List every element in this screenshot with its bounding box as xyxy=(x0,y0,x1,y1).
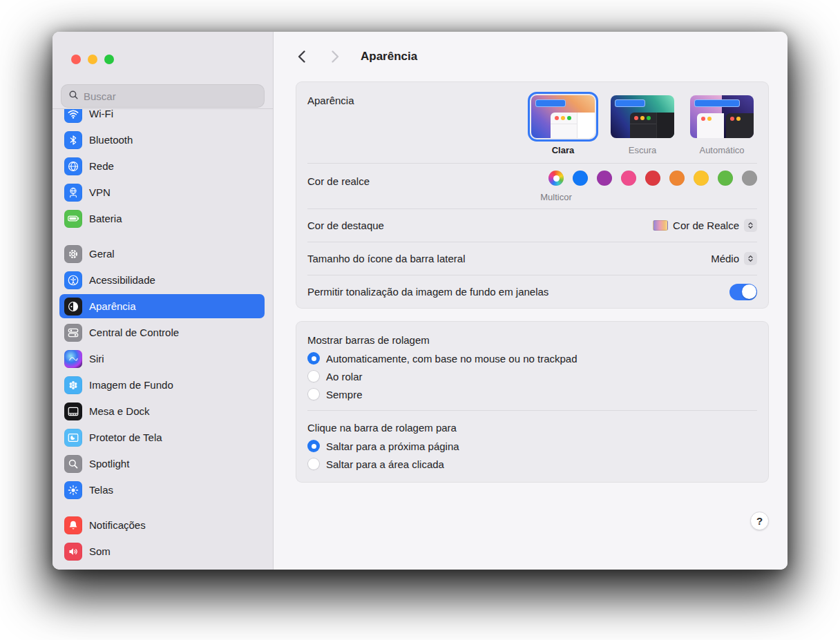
sidebar-item-spotlight[interactable]: Spotlight xyxy=(59,452,265,476)
sidebar-item-label: Wi-Fi xyxy=(89,108,113,119)
radio-label: Sempre xyxy=(326,389,363,400)
radio-scrollbar-click-saltar-para-a-area-clicada[interactable]: Saltar para a área clicada xyxy=(307,455,757,473)
sidebar-icon-size-dropdown[interactable]: Médio xyxy=(711,252,757,265)
sidebar-header xyxy=(52,32,273,109)
radio-show-scrollbars-sempre[interactable]: Sempre xyxy=(307,385,757,403)
sidebar-item-label: Bateria xyxy=(89,213,122,224)
accent-dot-2[interactable] xyxy=(573,171,588,186)
accent-dot-9[interactable] xyxy=(742,171,757,186)
theme-option-automatico[interactable]: Automático xyxy=(687,92,757,155)
highlight-color-value: Cor de Realce xyxy=(673,220,739,231)
theme-option-clara[interactable]: Clara xyxy=(528,92,598,155)
settings-cards: Aparência Clara Escura Automático Cor de… xyxy=(296,81,769,483)
sidebar-item-rede[interactable]: Rede xyxy=(59,154,265,178)
accent-dot-5[interactable] xyxy=(645,171,660,186)
theme-option-label: Clara xyxy=(552,145,575,155)
theme-thumbnail xyxy=(687,92,757,142)
sidebar-item-siri[interactable]: Siri xyxy=(59,347,265,371)
chevron-up-down-icon xyxy=(744,252,757,265)
forward-button[interactable] xyxy=(327,48,343,66)
displays-sun-icon xyxy=(64,481,82,499)
sidebar-item-label: Notificações xyxy=(89,519,146,531)
wallpaper-flower-icon xyxy=(64,376,82,394)
battery-icon xyxy=(64,210,82,228)
theme-preview-dark xyxy=(611,95,674,138)
toggle-knob xyxy=(742,284,756,299)
accent-dot-8[interactable] xyxy=(718,171,733,186)
sidebar-item-geral[interactable]: Geral xyxy=(59,242,265,266)
minimize-button[interactable] xyxy=(88,55,97,64)
sidebar-item-notificacoes[interactable]: Notificações xyxy=(59,513,265,537)
sidebar-item-imagem-de-fundo[interactable]: Imagem de Fundo xyxy=(59,373,265,397)
sidebar-icon-size-label: Tamanho do ícone da barra lateral xyxy=(307,253,465,264)
sidebar-item-label: Central de Controle xyxy=(89,327,179,338)
theme-option-label: Automático xyxy=(699,145,744,155)
radio-label: Saltar para a área clicada xyxy=(326,458,444,470)
radio-show-scrollbars-ao-rolar[interactable]: Ao rolar xyxy=(307,367,757,385)
theme-option-label: Escura xyxy=(629,145,656,155)
sidebar-item-vpn[interactable]: VPN xyxy=(59,180,265,204)
accent-dot-3[interactable] xyxy=(597,171,612,186)
appearance-row: Aparência Clara Escura Automático xyxy=(296,82,768,163)
sidebar-item-label: Spotlight xyxy=(89,458,129,469)
accent-dot-7[interactable] xyxy=(694,171,709,186)
chevron-up-down-icon xyxy=(744,219,757,232)
zoom-button[interactable] xyxy=(104,55,114,64)
highlight-color-swatch xyxy=(653,220,668,231)
sidebar-item-aparencia[interactable]: Aparência xyxy=(59,294,265,318)
accessibility-icon xyxy=(64,271,82,289)
scrollbar-click-label: Clique na barra de rolagem para xyxy=(307,418,757,437)
accent-dot-multicolor[interactable] xyxy=(548,171,564,186)
accent-dot-6[interactable] xyxy=(669,171,685,186)
sidebar-item-bluetooth[interactable]: Bluetooth xyxy=(59,128,265,152)
accent-selected-caption: Multicor xyxy=(540,192,572,202)
back-button[interactable] xyxy=(294,48,309,66)
sidebar-item-label: Bluetooth xyxy=(89,134,133,146)
sidebar-list: Wi-FiBluetoothRedeVPNBateriaGeralAcessib… xyxy=(52,101,273,570)
sidebar-item-label: Protetor de Tela xyxy=(89,431,162,443)
sidebar-item-label: Mesa e Dock xyxy=(89,405,150,417)
siri-icon xyxy=(64,350,82,368)
theme-thumbnail xyxy=(528,92,598,142)
radio-button[interactable] xyxy=(307,440,320,452)
close-button[interactable] xyxy=(71,55,81,64)
sidebar-item-telas[interactable]: Telas xyxy=(59,478,265,502)
accent-dot-4[interactable] xyxy=(621,171,636,186)
sidebar: Wi-FiBluetoothRedeVPNBateriaGeralAcessib… xyxy=(52,32,274,570)
search-input[interactable] xyxy=(84,90,257,102)
sidebar-item-bateria[interactable]: Bateria xyxy=(59,206,265,231)
radio-scrollbar-click-saltar-para-a-proxima-pagina[interactable]: Saltar para a próxima página xyxy=(307,437,757,455)
bluetooth-icon xyxy=(64,131,82,149)
scrollbar-click-options: Saltar para a próxima páginaSaltar para … xyxy=(307,437,757,473)
sidebar-item-central-de-controle[interactable]: Central de Controle xyxy=(59,320,265,345)
help-button[interactable]: ? xyxy=(750,512,769,530)
highlight-color-dropdown[interactable]: Cor de Realce xyxy=(653,219,757,232)
highlight-color-label: Cor de destaque xyxy=(307,220,384,231)
radio-button[interactable] xyxy=(307,388,320,400)
screensaver-icon xyxy=(64,429,82,447)
desktop-dock-icon xyxy=(64,403,82,420)
search-field[interactable] xyxy=(61,84,265,108)
page-title: Aparência xyxy=(361,50,417,64)
radio-button[interactable] xyxy=(307,458,320,470)
wallpaper-tint-toggle[interactable] xyxy=(729,284,757,300)
settings-window: Wi-FiBluetoothRedeVPNBateriaGeralAcessib… xyxy=(52,32,788,570)
radio-button[interactable] xyxy=(307,352,320,365)
sidebar-item-acessibilidade[interactable]: Acessibilidade xyxy=(59,268,265,292)
sidebar-item-label: Rede xyxy=(89,160,114,172)
radio-label: Saltar para a próxima página xyxy=(326,440,459,452)
sidebar-item-label: Aparência xyxy=(89,300,136,312)
sidebar-item-protetor-de-tela[interactable]: Protetor de Tela xyxy=(59,425,265,449)
theme-preview-light xyxy=(531,95,595,138)
sidebar-icon-size-row: Tamanho do ícone da barra lateral Médio xyxy=(296,242,768,275)
appearance-card: Aparência Clara Escura Automático Cor de… xyxy=(296,81,769,309)
sidebar-icon-size-value: Médio xyxy=(711,253,739,264)
radio-show-scrollbars-automaticamente-com-base-no-mouse-ou-no-trackpad[interactable]: Automaticamente, com base no mouse ou no… xyxy=(307,349,757,367)
sidebar-item-mesa-e-dock[interactable]: Mesa e Dock xyxy=(59,399,265,423)
show-scrollbars-options: Automaticamente, com base no mouse ou no… xyxy=(307,349,757,403)
radio-label: Automaticamente, com base no mouse ou no… xyxy=(326,353,578,365)
theme-option-escura[interactable]: Escura xyxy=(607,92,678,155)
radio-button[interactable] xyxy=(307,370,320,382)
sidebar-item-som[interactable]: Som xyxy=(59,539,265,563)
highlight-color-row: Cor de destaque Cor de Realce xyxy=(296,209,768,242)
